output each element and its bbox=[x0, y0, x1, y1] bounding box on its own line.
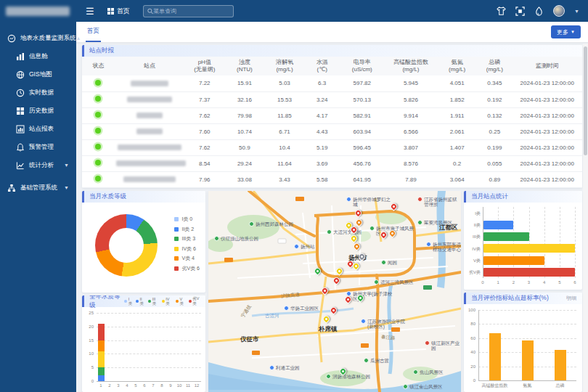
cell-value: 4.17 bbox=[305, 107, 340, 123]
hamburger-menu-icon[interactable]: ☰ bbox=[86, 6, 94, 17]
cell-value: 5.945 bbox=[385, 75, 437, 91]
cell-value: 2024-01-23 12:00:00 bbox=[512, 171, 582, 187]
cell-value: 33.08 bbox=[224, 171, 264, 187]
donut-legend: I类 0II类 2III类 3IV类 6V类 4劣V类 6 bbox=[174, 216, 200, 272]
hbar-V类[interactable] bbox=[483, 256, 544, 265]
month-station-stats-panel: 当月站点统计 0123456I类II类III类IV类V类劣V类 bbox=[464, 191, 582, 290]
cell-value: 10.74 bbox=[224, 123, 264, 139]
vbar-氨氮[interactable] bbox=[522, 340, 534, 380]
poi-icon bbox=[294, 244, 299, 249]
hbar-III类[interactable] bbox=[483, 232, 529, 241]
cell-value: 11.64 bbox=[264, 155, 304, 171]
cell-value: 2024-01-23 12:00:00 bbox=[512, 155, 582, 171]
map-poi-label: 瓜洲古渡 bbox=[364, 358, 389, 363]
col-header: 总磷(mg/L) bbox=[477, 57, 512, 75]
map-city-label: 江都区 bbox=[439, 224, 458, 231]
legend-item[interactable]: I类 bbox=[124, 296, 133, 306]
sidebar-item-5[interactable]: 站点报表 bbox=[0, 120, 76, 138]
cell-value: 6.566 bbox=[385, 123, 437, 139]
legend-item[interactable]: III类 bbox=[148, 296, 159, 306]
col-header: 氨氮(mg/L) bbox=[437, 57, 477, 75]
scrollbar-thumb[interactable] bbox=[584, 46, 587, 155]
sidebar-item-4[interactable]: 历史数据 bbox=[0, 102, 76, 120]
app-logo bbox=[6, 7, 70, 16]
legend-item[interactable]: I类 0 bbox=[174, 216, 200, 223]
cell-value: 5.826 bbox=[385, 91, 437, 107]
breadcrumb-home[interactable]: 首页 bbox=[107, 7, 130, 16]
col-header: 高锰酸盐指数(mg/L) bbox=[385, 57, 437, 75]
cell-value: 4.051 bbox=[437, 75, 477, 91]
theme-icon[interactable] bbox=[497, 7, 506, 16]
vbar-高锰酸盐指数[interactable] bbox=[489, 333, 501, 380]
sidebar-item-1[interactable]: 信息舱 bbox=[0, 47, 76, 65]
table-row[interactable]: 8.5429.2411.643.69456.768.5760.20.055202… bbox=[82, 155, 582, 171]
legend-item[interactable]: II类 bbox=[136, 296, 145, 306]
clock-icon bbox=[16, 89, 25, 97]
vbar-总磷[interactable] bbox=[555, 350, 566, 380]
map-poi-label: 润扬湿地森林公园 bbox=[326, 374, 370, 379]
hbar-II类[interactable] bbox=[483, 221, 513, 229]
cell-value: 2024-01-23 12:00:00 bbox=[512, 123, 582, 139]
sidebar-item-3[interactable]: 实时数据 bbox=[0, 83, 76, 102]
sidebar-item-0[interactable]: 地表水质量监测系统▲ bbox=[0, 29, 76, 47]
col-header: 水温(℃) bbox=[305, 57, 340, 75]
search-input[interactable] bbox=[153, 8, 229, 15]
year-grade-panel: 全年水质等级 I类II类III类IV类V类劣V类 051015202512345… bbox=[82, 295, 205, 392]
base-icon bbox=[7, 184, 16, 192]
cell-value: 570.13 bbox=[340, 91, 385, 107]
legend-item[interactable]: 劣V类 6 bbox=[174, 265, 200, 272]
tab-home[interactable]: 首页 bbox=[86, 22, 101, 42]
exceedance-bar-chart: 020406080100高锰酸盐指数氨氮总磷 bbox=[464, 304, 582, 391]
sidebar-item-7[interactable]: 统计分析▼ bbox=[0, 156, 76, 174]
user-avatar[interactable] bbox=[553, 5, 565, 17]
panel-title-exceedance: 当月评价指标站点超标率(%) bbox=[471, 294, 549, 303]
sidebar-item-label: 站点报表 bbox=[29, 125, 54, 134]
col-header: 站点 bbox=[115, 57, 184, 75]
sidebar-item-8[interactable]: 基础管理系统▼ bbox=[0, 179, 76, 197]
cell-value: 3.43 bbox=[264, 171, 304, 187]
globe-icon bbox=[16, 70, 25, 79]
status-dot-green bbox=[95, 144, 101, 150]
station-map[interactable]: 扬州市仪征市江都区朴席镇仪征捺山地质公园扬州西郊森林公园扬州华侨城梦幻之城江苏省… bbox=[208, 191, 461, 392]
cell-value: 0.25 bbox=[477, 123, 512, 139]
sidebar-item-label: GIS地图 bbox=[29, 70, 52, 79]
user-menu-chevron-down-icon[interactable]: ▼ bbox=[574, 9, 579, 14]
table-row[interactable]: 7.9633.083.435.58641.957.893.0640.892024… bbox=[82, 171, 582, 187]
exceedance-detail-link[interactable]: 明细 bbox=[566, 295, 576, 302]
col-header: 浊度(NTU) bbox=[224, 57, 264, 75]
more-button[interactable]: 更多▼ bbox=[551, 25, 581, 38]
table-row[interactable]: 7.6250.910.45.19596.453.8071.4070.199202… bbox=[82, 139, 582, 155]
page-scrollbar[interactable] bbox=[583, 44, 588, 392]
legend-item[interactable]: IV类 6 bbox=[174, 245, 200, 253]
legend-item[interactable]: III类 3 bbox=[174, 235, 200, 242]
stacked-bar-month-1[interactable] bbox=[98, 324, 105, 381]
poi-icon bbox=[381, 260, 386, 265]
cell-value: 641.95 bbox=[340, 171, 385, 187]
menu-search[interactable] bbox=[143, 5, 234, 17]
legend-item[interactable]: 劣V类 bbox=[189, 296, 203, 306]
sidebar-menu: 地表水质量监测系统▲信息舱GIS地图实时数据历史数据站点报表预警管理统计分析▼基… bbox=[0, 29, 76, 197]
cell-value: 6.3 bbox=[305, 75, 340, 91]
legend-item[interactable]: V类 bbox=[176, 296, 186, 306]
legend-item[interactable]: IV类 bbox=[162, 296, 173, 306]
cell-value: 5.19 bbox=[305, 139, 340, 155]
fullscreen-icon[interactable] bbox=[515, 7, 525, 16]
notification-icon[interactable] bbox=[534, 7, 544, 16]
cell-value: 2024-01-23 12:00:00 bbox=[512, 139, 582, 155]
legend-item[interactable]: II类 2 bbox=[174, 226, 200, 233]
cell-value: 597.82 bbox=[340, 75, 385, 91]
hbar-IV类[interactable] bbox=[483, 244, 575, 253]
table-row[interactable]: 7.6010.746.714.43603.946.5662.0610.25202… bbox=[82, 123, 582, 139]
table-row[interactable]: 7.3732.1615.533.24570.135.8261.8520.1922… bbox=[82, 91, 582, 107]
topbar: ☰ 首页 ▼ bbox=[76, 0, 588, 22]
map-city-label: 朴席镇 bbox=[319, 326, 338, 332]
sidebar-item-label: 地表水质量监测系统 bbox=[20, 34, 76, 43]
chevron-down-icon: ▼ bbox=[64, 163, 69, 168]
sidebar-item-6[interactable]: 预警管理 bbox=[0, 138, 76, 156]
table-row[interactable]: 7.2215.915.036.3597.825.9454.0510.345202… bbox=[82, 75, 582, 91]
legend-item[interactable]: V类 4 bbox=[174, 255, 200, 262]
hbar-劣V类[interactable] bbox=[483, 268, 575, 277]
poi-icon bbox=[361, 319, 366, 324]
sidebar-item-2[interactable]: GIS地图 bbox=[0, 65, 76, 83]
table-row[interactable]: 7.6279.9811.854.17582.919.9141.9110.1322… bbox=[82, 107, 582, 123]
